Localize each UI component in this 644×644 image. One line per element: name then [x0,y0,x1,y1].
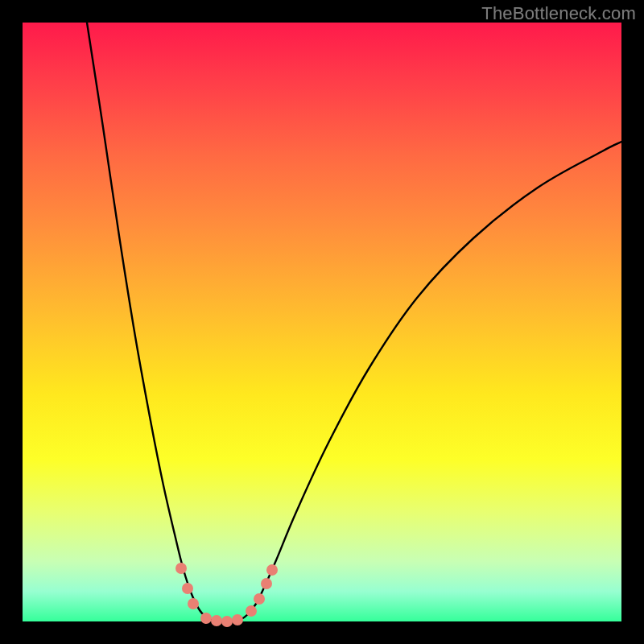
plot-area [23,23,621,621]
marker-dot [266,564,278,576]
curve-svg [23,23,621,621]
near-bottom-dots [175,563,278,627]
bottleneck-curve [87,23,621,621]
marker-dot [182,583,193,594]
marker-dot [175,563,187,574]
marker-dot [246,605,257,617]
marker-dot [221,616,233,627]
watermark-label: TheBottleneck.com [481,3,636,24]
chart-frame: TheBottleneck.com [0,0,644,644]
marker-dot [261,578,272,589]
marker-dot [254,593,265,605]
marker-dot [211,615,222,626]
marker-dot [232,614,243,625]
marker-dot [188,598,199,609]
marker-dot [200,613,212,624]
